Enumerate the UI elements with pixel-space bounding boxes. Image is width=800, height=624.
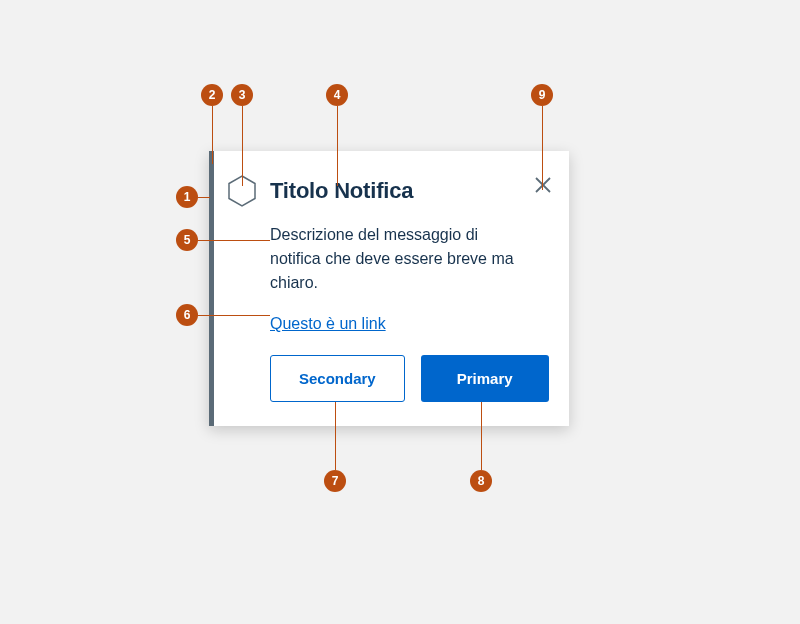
annotation-bubble: 7: [324, 470, 346, 492]
annotation-bubble: 4: [326, 84, 348, 106]
notification-description: Descrizione del messaggio di notifica ch…: [270, 223, 530, 295]
annotation-bubble: 5: [176, 229, 198, 251]
action-row: Secondary Primary: [270, 355, 549, 402]
close-icon: [534, 176, 552, 194]
notification-title: Titolo Notifica: [270, 178, 413, 204]
card-body: Titolo Notifica Descrizione del messaggi…: [214, 151, 573, 426]
notification-link[interactable]: Questo è un link: [270, 315, 386, 333]
notification-card: Titolo Notifica Descrizione del messaggi…: [209, 151, 569, 426]
annotation-bubble: 1: [176, 186, 198, 208]
annotation-bubble: 3: [231, 84, 253, 106]
annotation-bubble: 6: [176, 304, 198, 326]
close-button[interactable]: [533, 175, 553, 195]
hexagon-icon: [228, 175, 256, 207]
annotation-bubble: 2: [201, 84, 223, 106]
secondary-button[interactable]: Secondary: [270, 355, 405, 402]
annotation-bubble: 8: [470, 470, 492, 492]
svg-marker-0: [229, 176, 255, 206]
primary-button[interactable]: Primary: [421, 355, 549, 402]
annotation-bubble: 9: [531, 84, 553, 106]
annotation-1: 1: [176, 186, 210, 208]
card-header: Titolo Notifica: [228, 175, 549, 207]
